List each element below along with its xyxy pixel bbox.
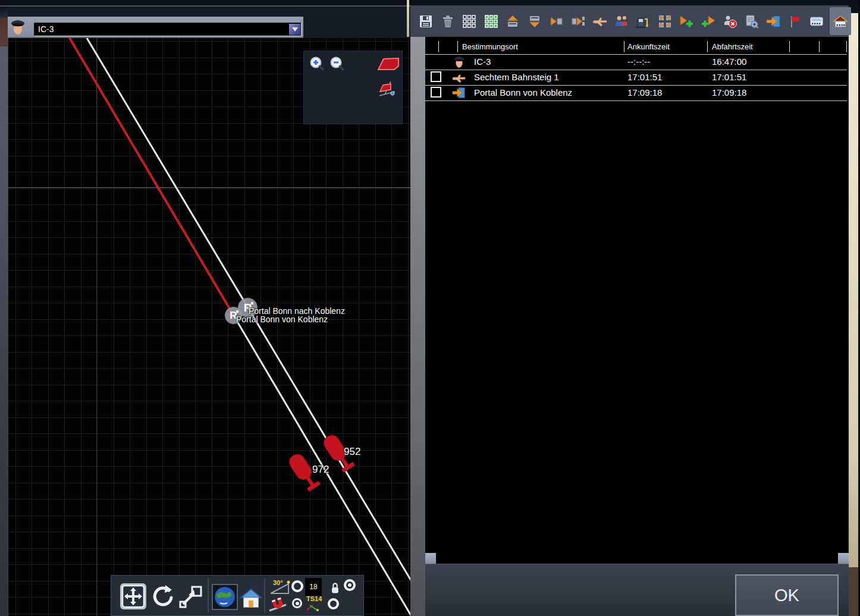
home-view-button[interactable] [239,586,263,612]
destination-flag-button[interactable] [786,11,804,32]
driver-icon [10,18,26,36]
map-overlay-panel [303,51,403,124]
scene-left-strip [0,7,8,616]
table-row[interactable]: IC-3 --:--:-- 16:47:00 [425,54,847,70]
service-settings-button[interactable] [743,11,761,32]
home-icon [239,586,263,610]
insert-instruction-icon [701,14,716,29]
remove-driver-button[interactable] [721,11,739,32]
instruction-toolbar [410,5,849,37]
insert-instruction-button[interactable] [699,11,717,32]
route-highlight-line [70,38,233,315]
header-divider [624,41,624,52]
header-divider [846,41,847,52]
column-header-arrival: Ankunftszeit [627,39,670,54]
flag-icon [787,14,803,29]
depot-button[interactable] [830,7,851,35]
scene-top-left [0,7,410,17]
portal-button[interactable] [764,11,782,32]
chevron-down-icon[interactable] [289,24,300,35]
platform-icon [809,14,824,29]
lock-icon[interactable] [331,582,340,598]
lock-snap-radio[interactable] [344,579,356,591]
zoom-out-button[interactable] [329,55,346,74]
route-map[interactable]: R R Portal Bonn nach Koblenz Portal Bonn… [8,38,410,616]
gradient-label: 30° [273,579,283,586]
ts14-snap-radio[interactable] [328,598,339,609]
rotate-mode-button[interactable] [149,583,177,613]
passengers-icon [614,14,629,29]
eject-up-button[interactable] [504,11,522,32]
add-instruction-icon [679,14,694,29]
signal-label: 972 [312,464,329,476]
zoom-in-button[interactable] [309,55,325,74]
header-divider [819,41,820,52]
height-value: 18 [309,583,317,591]
vehicle-track-view-icon[interactable] [376,80,398,101]
drive-button[interactable] [591,11,608,32]
collapse-arrows-icon [657,14,673,29]
magnet-snap-radio[interactable] [292,598,302,608]
fuel-button[interactable] [634,11,652,32]
height-value-box[interactable]: 18 [305,578,322,596]
table-row[interactable]: Sechtem Bahnsteig 1 17:01:51 17:01:51 [425,70,847,85]
service-settings-icon [744,14,759,29]
remove-driver-icon [722,14,737,29]
gradient-snap-radio[interactable] [291,580,303,592]
portal-glyph-square [236,310,238,313]
ts14-snap-icon[interactable]: TS14 [305,595,325,614]
depot-icon [833,14,848,29]
insert-down-button[interactable] [526,11,544,32]
move-mode-button[interactable] [178,584,203,612]
scene-building-strip [849,13,858,567]
cell-destination: Sechtem Bahnsteig 1 [474,70,559,85]
scene-lamp-post [407,0,409,37]
row-checkbox[interactable] [431,71,441,82]
toolbar-divider [264,578,265,613]
platform-button[interactable] [808,11,826,32]
header-divider [457,41,458,52]
ok-label: OK [774,586,799,605]
save-icon [418,14,434,29]
vehicle-view-icon[interactable] [376,56,400,75]
header-divider [789,41,790,52]
header-divider [707,41,708,52]
cell-departure: 17:09:18 [712,85,746,100]
collapse-view-button[interactable] [656,11,674,32]
grid-large-button[interactable] [482,11,500,32]
passengers-button[interactable] [613,11,630,32]
add-instruction-button[interactable] [677,11,695,32]
scene-top-mid [303,17,410,38]
cell-arrival: 17:09:18 [627,85,662,100]
row-divider [425,100,847,101]
pan-icon [120,583,147,610]
extract-right-button[interactable] [569,11,587,32]
portal-icon [765,14,781,29]
row-checkbox[interactable] [431,87,441,98]
table-row[interactable]: Portal Bonn von Koblenz 17:09:18 17:09:1… [425,85,847,100]
grid-white-icon [462,14,477,29]
magnet-snap-icon[interactable] [268,595,287,615]
cell-departure: 16:47:00 [712,54,746,70]
scene-road-strip [410,37,425,616]
delete-button[interactable] [439,11,457,32]
fuel-pump-icon [635,14,651,29]
insert-down-icon [527,14,542,29]
grid-small-button[interactable] [460,11,478,32]
world-view-button[interactable] [212,584,238,612]
insert-right-icon [548,14,564,29]
eject-up-icon [505,14,520,29]
ok-button[interactable]: OK [735,574,839,616]
train-selector-dropdown[interactable]: IC-3 [34,23,302,36]
track-lines [8,38,410,616]
column-header-destination: Bestimmungsort [462,39,518,54]
insert-right-button[interactable] [547,11,565,32]
timetable-panel: Bestimmungsort Ankunftszeit Abfahrtszeit… [425,37,848,565]
scene-building-base [849,567,858,616]
editor-screen: IC-3 [0,0,860,616]
grid-green-icon [484,14,499,29]
pan-mode-button[interactable] [120,583,147,612]
move-icon [178,584,203,609]
save-button[interactable] [417,11,435,32]
extract-right-icon [570,14,586,29]
